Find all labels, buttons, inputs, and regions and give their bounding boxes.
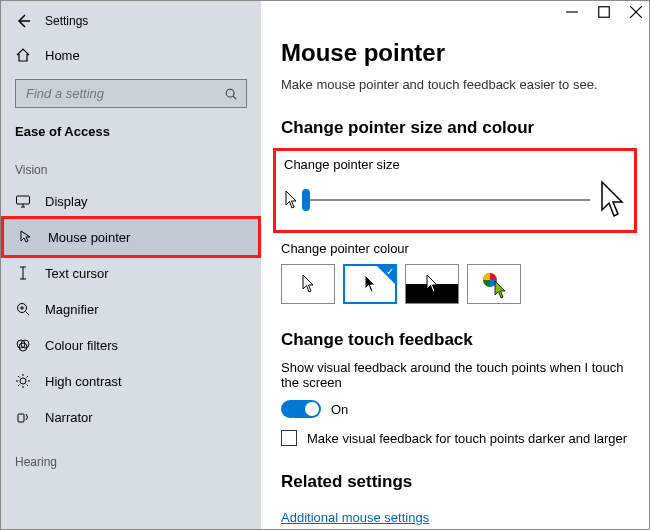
darker-larger-checkbox[interactable]	[281, 430, 297, 446]
pointer-colour-inverted[interactable]	[405, 264, 459, 304]
checkbox-label: Make visual feedback for touch points da…	[307, 431, 627, 446]
pointer-colour-custom[interactable]	[467, 264, 521, 304]
pointer-colour-white[interactable]	[281, 264, 335, 304]
sidebar: Settings Home Ease of Access Vision Disp…	[1, 1, 261, 529]
mouse-pointer-icon	[18, 229, 34, 245]
pointer-size-highlight: Change pointer size	[273, 148, 637, 233]
svg-rect-23	[18, 414, 24, 422]
svg-line-21	[18, 385, 20, 387]
sidebar-item-home[interactable]: Home	[1, 39, 261, 71]
toggle-state: On	[331, 402, 348, 417]
high-contrast-icon	[15, 373, 31, 389]
group-vision: Vision	[1, 143, 261, 183]
section-related: Related settings	[281, 472, 629, 492]
category-label: Ease of Access	[1, 116, 261, 143]
home-label: Home	[45, 48, 80, 63]
svg-line-19	[18, 376, 20, 378]
svg-point-1	[226, 89, 234, 97]
sidebar-item-display[interactable]: Display	[1, 183, 261, 219]
text-cursor-icon	[15, 265, 31, 281]
group-hearing: Hearing	[1, 435, 261, 475]
change-colour-label: Change pointer colour	[281, 241, 629, 256]
svg-rect-3	[17, 196, 30, 204]
cursor-large-icon	[598, 180, 626, 220]
cursor-small-icon	[284, 190, 298, 210]
pointer-size-slider[interactable]	[306, 199, 590, 201]
page-title: Mouse pointer	[281, 39, 629, 67]
svg-line-8	[26, 312, 30, 316]
sidebar-item-mouse-pointer[interactable]: Mouse pointer	[1, 216, 261, 258]
magnifier-icon	[15, 301, 31, 317]
sidebar-item-narrator[interactable]: Narrator	[1, 399, 261, 435]
back-icon[interactable]	[15, 13, 31, 29]
search-input[interactable]	[24, 85, 224, 102]
touch-desc: Show visual feedback around the touch po…	[281, 360, 629, 390]
content-pane: Mouse pointer Make mouse pointer and tou…	[261, 1, 649, 529]
search-input-container[interactable]	[15, 79, 247, 108]
search-icon	[224, 87, 238, 101]
svg-line-20	[27, 385, 29, 387]
svg-line-22	[27, 376, 29, 378]
page-subtitle: Make mouse pointer and touch feedback ea…	[281, 77, 629, 92]
display-icon	[15, 193, 31, 209]
maximize-button[interactable]	[597, 5, 611, 19]
additional-mouse-settings-link[interactable]: Additional mouse settings	[281, 510, 429, 525]
section-size-colour: Change pointer size and colour	[281, 118, 629, 138]
app-title: Settings	[45, 14, 88, 28]
home-icon	[15, 47, 31, 63]
colour-filters-icon	[15, 337, 31, 353]
sidebar-item-colour-filters[interactable]: Colour filters	[1, 327, 261, 363]
change-size-label: Change pointer size	[284, 157, 626, 172]
selected-check-icon	[377, 266, 395, 284]
sidebar-item-magnifier[interactable]: Magnifier	[1, 291, 261, 327]
sidebar-item-text-cursor[interactable]: Text cursor	[1, 255, 261, 291]
narrator-icon	[15, 409, 31, 425]
touch-feedback-toggle[interactable]	[281, 400, 321, 418]
minimize-button[interactable]	[565, 5, 579, 19]
pointer-colour-black[interactable]	[343, 264, 397, 304]
svg-line-2	[233, 96, 236, 99]
close-button[interactable]	[629, 5, 643, 19]
slider-thumb[interactable]	[302, 189, 310, 211]
section-touch: Change touch feedback	[281, 330, 629, 350]
svg-point-14	[20, 378, 26, 384]
sidebar-item-high-contrast[interactable]: High contrast	[1, 363, 261, 399]
svg-rect-25	[599, 7, 610, 18]
toggle-knob	[305, 402, 319, 416]
